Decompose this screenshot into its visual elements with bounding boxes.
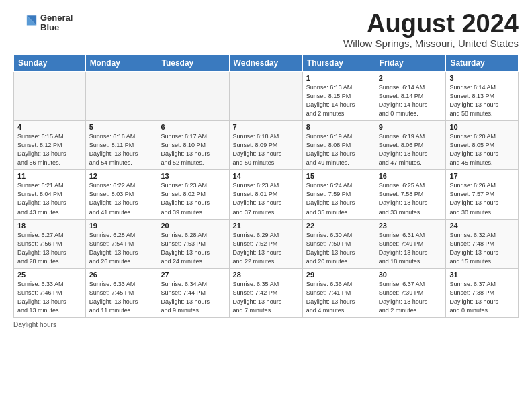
day-number: 16 bbox=[379, 172, 443, 180]
day-number: 14 bbox=[233, 172, 299, 180]
day-info: Sunrise: 6:16 AM Sunset: 8:11 PM Dayligh… bbox=[89, 132, 154, 167]
calendar-cell bbox=[85, 72, 157, 121]
calendar-cell: 6Sunrise: 6:17 AM Sunset: 8:10 PM Daylig… bbox=[157, 121, 229, 170]
calendar-week-2: 11Sunrise: 6:21 AM Sunset: 8:04 PM Dayli… bbox=[14, 170, 519, 219]
col-header-friday: Friday bbox=[375, 55, 446, 72]
calendar-cell: 7Sunrise: 6:18 AM Sunset: 8:09 PM Daylig… bbox=[229, 121, 302, 170]
day-number: 28 bbox=[233, 271, 299, 279]
logo: General Blue bbox=[13, 11, 73, 35]
calendar-cell: 13Sunrise: 6:23 AM Sunset: 8:02 PM Dayli… bbox=[157, 170, 229, 219]
calendar-cell: 12Sunrise: 6:22 AM Sunset: 8:03 PM Dayli… bbox=[85, 170, 157, 219]
calendar-cell: 29Sunrise: 6:36 AM Sunset: 7:41 PM Dayli… bbox=[302, 268, 375, 317]
day-number: 7 bbox=[233, 123, 299, 131]
calendar-cell: 5Sunrise: 6:16 AM Sunset: 8:11 PM Daylig… bbox=[85, 121, 157, 170]
calendar-week-3: 18Sunrise: 6:27 AM Sunset: 7:56 PM Dayli… bbox=[14, 219, 519, 268]
col-header-thursday: Thursday bbox=[302, 55, 375, 72]
calendar-cell bbox=[157, 72, 229, 121]
day-info: Sunrise: 6:30 AM Sunset: 7:50 PM Dayligh… bbox=[306, 231, 371, 266]
day-number: 10 bbox=[449, 123, 515, 131]
day-number: 23 bbox=[379, 222, 443, 230]
day-info: Sunrise: 6:23 AM Sunset: 8:01 PM Dayligh… bbox=[233, 181, 299, 216]
day-info: Sunrise: 6:32 AM Sunset: 7:48 PM Dayligh… bbox=[449, 231, 515, 266]
col-header-saturday: Saturday bbox=[446, 55, 519, 72]
calendar-cell: 10Sunrise: 6:20 AM Sunset: 8:05 PM Dayli… bbox=[446, 121, 519, 170]
day-info: Sunrise: 6:23 AM Sunset: 8:02 PM Dayligh… bbox=[161, 181, 225, 216]
day-number: 19 bbox=[89, 222, 154, 230]
calendar-cell: 8Sunrise: 6:19 AM Sunset: 8:08 PM Daylig… bbox=[302, 121, 375, 170]
day-number: 26 bbox=[89, 271, 154, 279]
calendar-cell: 21Sunrise: 6:29 AM Sunset: 7:52 PM Dayli… bbox=[229, 219, 302, 268]
calendar-cell: 3Sunrise: 6:14 AM Sunset: 8:13 PM Daylig… bbox=[446, 72, 519, 121]
calendar-cell: 4Sunrise: 6:15 AM Sunset: 8:12 PM Daylig… bbox=[14, 121, 86, 170]
day-number: 22 bbox=[306, 222, 371, 230]
day-info: Sunrise: 6:33 AM Sunset: 7:45 PM Dayligh… bbox=[89, 280, 154, 315]
day-info: Sunrise: 6:28 AM Sunset: 7:54 PM Dayligh… bbox=[89, 231, 154, 266]
day-number: 25 bbox=[17, 271, 82, 279]
calendar-cell: 31Sunrise: 6:37 AM Sunset: 7:38 PM Dayli… bbox=[446, 268, 519, 317]
calendar-cell: 26Sunrise: 6:33 AM Sunset: 7:45 PM Dayli… bbox=[85, 268, 157, 317]
day-info: Sunrise: 6:31 AM Sunset: 7:49 PM Dayligh… bbox=[379, 231, 443, 266]
day-number: 21 bbox=[233, 222, 299, 230]
day-number: 31 bbox=[449, 271, 515, 279]
calendar-cell: 1Sunrise: 6:13 AM Sunset: 8:15 PM Daylig… bbox=[302, 72, 375, 121]
day-number: 3 bbox=[449, 74, 515, 82]
calendar-week-0: 1Sunrise: 6:13 AM Sunset: 8:15 PM Daylig… bbox=[14, 72, 519, 121]
calendar-cell: 19Sunrise: 6:28 AM Sunset: 7:54 PM Dayli… bbox=[85, 219, 157, 268]
col-header-wednesday: Wednesday bbox=[229, 55, 302, 72]
calendar-cell: 20Sunrise: 6:28 AM Sunset: 7:53 PM Dayli… bbox=[157, 219, 229, 268]
day-info: Sunrise: 6:37 AM Sunset: 7:38 PM Dayligh… bbox=[449, 280, 515, 315]
calendar-cell: 23Sunrise: 6:31 AM Sunset: 7:49 PM Dayli… bbox=[375, 219, 446, 268]
calendar-cell: 9Sunrise: 6:19 AM Sunset: 8:06 PM Daylig… bbox=[375, 121, 446, 170]
subtitle: Willow Springs, Missouri, United States bbox=[343, 38, 519, 49]
day-info: Sunrise: 6:22 AM Sunset: 8:03 PM Dayligh… bbox=[89, 181, 154, 216]
day-number: 17 bbox=[449, 172, 515, 180]
day-info: Sunrise: 6:36 AM Sunset: 7:41 PM Dayligh… bbox=[306, 280, 371, 315]
calendar-cell: 16Sunrise: 6:25 AM Sunset: 7:58 PM Dayli… bbox=[375, 170, 446, 219]
day-number: 20 bbox=[161, 222, 225, 230]
day-number: 1 bbox=[306, 74, 371, 82]
day-info: Sunrise: 6:33 AM Sunset: 7:46 PM Dayligh… bbox=[17, 280, 82, 315]
day-info: Sunrise: 6:21 AM Sunset: 8:04 PM Dayligh… bbox=[17, 181, 82, 216]
day-number: 15 bbox=[306, 172, 371, 180]
logo-icon bbox=[13, 11, 38, 35]
day-number: 2 bbox=[379, 74, 443, 82]
day-number: 11 bbox=[17, 172, 82, 180]
calendar-week-4: 25Sunrise: 6:33 AM Sunset: 7:46 PM Dayli… bbox=[14, 268, 519, 317]
calendar-cell: 30Sunrise: 6:37 AM Sunset: 7:39 PM Dayli… bbox=[375, 268, 446, 317]
day-info: Sunrise: 6:18 AM Sunset: 8:09 PM Dayligh… bbox=[233, 132, 299, 167]
day-number: 29 bbox=[306, 271, 371, 279]
day-number: 4 bbox=[17, 123, 82, 131]
day-number: 13 bbox=[161, 172, 225, 180]
calendar-cell: 22Sunrise: 6:30 AM Sunset: 7:50 PM Dayli… bbox=[302, 219, 375, 268]
day-info: Sunrise: 6:17 AM Sunset: 8:10 PM Dayligh… bbox=[161, 132, 225, 167]
header: General Blue August 2024 Willow Springs,… bbox=[13, 11, 519, 49]
calendar-cell: 28Sunrise: 6:35 AM Sunset: 7:42 PM Dayli… bbox=[229, 268, 302, 317]
day-info: Sunrise: 6:14 AM Sunset: 8:14 PM Dayligh… bbox=[379, 83, 443, 118]
day-number: 24 bbox=[449, 222, 515, 230]
day-info: Sunrise: 6:19 AM Sunset: 8:06 PM Dayligh… bbox=[379, 132, 443, 167]
day-info: Sunrise: 6:19 AM Sunset: 8:08 PM Dayligh… bbox=[306, 132, 371, 167]
day-info: Sunrise: 6:25 AM Sunset: 7:58 PM Dayligh… bbox=[379, 181, 443, 216]
day-info: Sunrise: 6:29 AM Sunset: 7:52 PM Dayligh… bbox=[233, 231, 299, 266]
day-info: Sunrise: 6:24 AM Sunset: 7:59 PM Dayligh… bbox=[306, 181, 371, 216]
day-info: Sunrise: 6:37 AM Sunset: 7:39 PM Dayligh… bbox=[379, 280, 443, 315]
main-title: August 2024 bbox=[343, 11, 519, 36]
calendar-week-1: 4Sunrise: 6:15 AM Sunset: 8:12 PM Daylig… bbox=[14, 121, 519, 170]
day-info: Sunrise: 6:20 AM Sunset: 8:05 PM Dayligh… bbox=[449, 132, 515, 167]
day-number: 9 bbox=[379, 123, 443, 131]
footer-note: Daylight hours bbox=[13, 321, 519, 328]
day-number: 6 bbox=[161, 123, 225, 131]
page: General Blue August 2024 Willow Springs,… bbox=[0, 0, 532, 335]
day-info: Sunrise: 6:28 AM Sunset: 7:53 PM Dayligh… bbox=[161, 231, 225, 266]
calendar-cell: 25Sunrise: 6:33 AM Sunset: 7:46 PM Dayli… bbox=[14, 268, 86, 317]
day-number: 18 bbox=[17, 222, 82, 230]
day-info: Sunrise: 6:13 AM Sunset: 8:15 PM Dayligh… bbox=[306, 83, 371, 118]
day-info: Sunrise: 6:15 AM Sunset: 8:12 PM Dayligh… bbox=[17, 132, 82, 167]
col-header-tuesday: Tuesday bbox=[157, 55, 229, 72]
col-header-sunday: Sunday bbox=[14, 55, 86, 72]
day-info: Sunrise: 6:26 AM Sunset: 7:57 PM Dayligh… bbox=[449, 181, 515, 216]
calendar-cell: 18Sunrise: 6:27 AM Sunset: 7:56 PM Dayli… bbox=[14, 219, 86, 268]
logo-text: General Blue bbox=[40, 13, 73, 33]
calendar-cell: 2Sunrise: 6:14 AM Sunset: 8:14 PM Daylig… bbox=[375, 72, 446, 121]
calendar-cell: 14Sunrise: 6:23 AM Sunset: 8:01 PM Dayli… bbox=[229, 170, 302, 219]
